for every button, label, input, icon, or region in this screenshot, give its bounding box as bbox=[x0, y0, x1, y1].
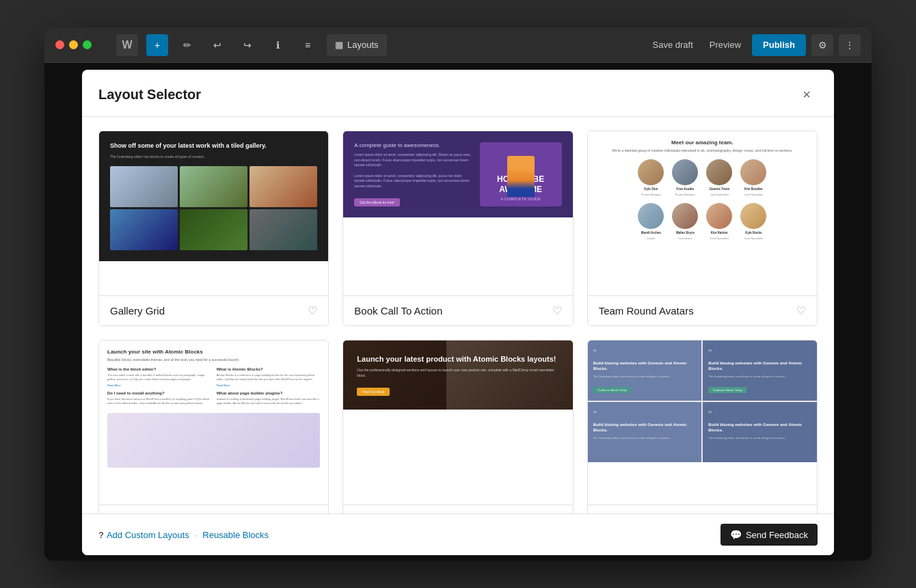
add-custom-layouts-link[interactable]: Add Custom Layouts bbox=[107, 530, 189, 540]
product-text-content: Launch your latest product with Atomic B… bbox=[343, 340, 572, 410]
book-lorem-1: Lorem ipsum dolor sit amet, consectetur … bbox=[354, 152, 472, 168]
close-traffic-light[interactable] bbox=[55, 40, 64, 49]
layout-name-book-cta: Book Call To Action bbox=[354, 305, 442, 317]
genesis-cell-2: " Build blazing websites with Genesis an… bbox=[703, 340, 817, 401]
minimize-traffic-light[interactable] bbox=[69, 40, 78, 49]
gallery-image-3 bbox=[250, 166, 317, 207]
favorite-team-round-button[interactable]: ♡ bbox=[796, 304, 806, 317]
team-member-kyle-rocks: Kyle Rocks Lead Specialist bbox=[740, 203, 766, 240]
atomic-col-1-title: What is the block editor? bbox=[107, 367, 211, 371]
team-member-kim-rainier: Kim Rainier Lead Specialist bbox=[706, 203, 732, 240]
layout-grid: Show off some of your latest work with a… bbox=[98, 131, 818, 513]
save-draft-button[interactable]: Save draft bbox=[647, 34, 699, 56]
grid-icon: ▦ bbox=[335, 40, 343, 50]
undo-button[interactable]: ↩ bbox=[206, 34, 228, 56]
team-row-2: Mandi Arches Leader Walter Bryce Coordin… bbox=[596, 203, 809, 240]
fullscreen-traffic-light[interactable] bbox=[83, 40, 92, 49]
plus-icon: + bbox=[154, 40, 160, 51]
more-options-button[interactable]: ⋮ bbox=[839, 34, 861, 56]
genesis-title-4: Build blazing websites with Genesis and … bbox=[708, 423, 811, 433]
member-role-kyle-rocks: Lead Specialist bbox=[744, 237, 763, 240]
team-member-giannis-teton: Giannis Teton Lead Specialist bbox=[706, 159, 732, 196]
member-name-giannis-teton: Giannis Teton bbox=[709, 187, 729, 191]
favorite-book-cta-button[interactable]: ♡ bbox=[552, 304, 562, 317]
close-icon: × bbox=[803, 87, 811, 103]
atomic-columns: What is the block editor? The new editor… bbox=[107, 367, 320, 407]
preview-button[interactable]: Preview bbox=[704, 34, 746, 56]
member-role-fran-acadia: Project Manager bbox=[675, 193, 695, 196]
genesis-btn-2[interactable]: Try Atomic Blocks Today bbox=[708, 387, 746, 393]
gallery-image-2 bbox=[180, 166, 247, 207]
atomic-section-title: Launch your site with Atomic Blocks bbox=[107, 349, 320, 355]
genesis-text-1: The Gutenberg editor uses blocks to crea… bbox=[593, 375, 697, 379]
layout-card-team-round[interactable]: Meet our amazing team. We're a talented … bbox=[587, 131, 818, 326]
team-member-kyle-zion: Kyle Zion Project Manager bbox=[638, 159, 664, 196]
tools-button[interactable]: ✏ bbox=[176, 34, 198, 56]
avatar-mandi-arches bbox=[638, 203, 664, 229]
redo-button[interactable]: ↪ bbox=[237, 34, 258, 56]
genesis-title-3: Build blazing websites with Genesis and … bbox=[593, 423, 697, 433]
book-cta-button[interactable]: Get the eBook for free! bbox=[354, 198, 400, 206]
avatar-giannis-teton bbox=[706, 159, 732, 185]
layout-card-atomic-blocks[interactable]: Launch your site with Atomic Blocks Beau… bbox=[98, 340, 329, 513]
genesis-cell-1: " Build blazing websites with Genesis an… bbox=[588, 340, 702, 401]
layout-selector-modal: Layout Selector × Show off some of your … bbox=[82, 70, 834, 555]
genesis-quote-3: " bbox=[593, 409, 697, 420]
modal-close-button[interactable]: × bbox=[796, 83, 818, 105]
modal-footer: ? Add Custom Layouts · Reusable Blocks 💬… bbox=[82, 513, 834, 555]
atomic-col-2-title: What is Atomic Blocks? bbox=[217, 367, 321, 371]
layout-footer-atomic: Atomic Blocks ♡ bbox=[99, 505, 328, 513]
titlebar-right: Save draft Preview Publish ⚙ ⋮ bbox=[647, 34, 861, 56]
layout-card-product-launch[interactable]: Launch your latest product with Atomic B… bbox=[342, 340, 573, 513]
gallery-images-grid bbox=[110, 166, 317, 250]
atomic-read-more-2[interactable]: Read More bbox=[217, 384, 321, 387]
layout-preview-book-cta: A complete guide to awesomeness. Lorem i… bbox=[343, 131, 572, 295]
gallery-image-6 bbox=[250, 209, 317, 250]
layout-preview-genesis: " Build blazing websites with Genesis an… bbox=[588, 340, 817, 505]
modal-header: Layout Selector × bbox=[82, 70, 834, 117]
genesis-btn-1[interactable]: Try Atomic Blocks Today bbox=[593, 387, 631, 393]
gallery-preview-content: Show off some of your latest work with a… bbox=[99, 131, 328, 261]
settings-button[interactable]: ⚙ bbox=[811, 34, 833, 56]
layout-footer-gallery-grid: Gallery Grid ♡ bbox=[99, 295, 328, 325]
add-block-button[interactable]: + bbox=[146, 34, 168, 56]
favorite-gallery-grid-button[interactable]: ♡ bbox=[308, 304, 317, 317]
layout-preview-team-round: Meet our amazing team. We're a talented … bbox=[588, 131, 817, 295]
publish-button[interactable]: Publish bbox=[752, 34, 806, 56]
gallery-image-1 bbox=[110, 166, 178, 207]
team-member-kim-boulder: Kim Boulder Lead Specialist bbox=[740, 159, 766, 196]
modal-body[interactable]: Show off some of your latest work with a… bbox=[82, 117, 834, 513]
book-figure bbox=[507, 156, 535, 197]
layout-card-gallery-grid[interactable]: Show off some of your latest work with a… bbox=[98, 131, 329, 326]
layout-footer-team-round: Team Round Avatars ♡ bbox=[588, 295, 817, 325]
genesis-quote-4: " bbox=[708, 409, 811, 420]
product-title: Launch your latest product with Atomic B… bbox=[357, 354, 558, 364]
book-tagline: A complete guide to awesomeness. bbox=[354, 142, 472, 148]
product-cta-button[interactable]: Find Out More bbox=[357, 388, 390, 396]
info-button[interactable]: ℹ bbox=[267, 34, 288, 56]
avatar-fran-acadia bbox=[672, 159, 698, 185]
layout-card-book-cta[interactable]: A complete guide to awesomeness. Lorem i… bbox=[342, 131, 573, 326]
member-role-mandi-arches: Leader bbox=[647, 237, 655, 240]
undo-icon: ↩ bbox=[213, 40, 221, 51]
member-role-kyle-zion: Project Manager bbox=[641, 193, 661, 196]
reusable-blocks-link[interactable]: Reusable Blocks bbox=[202, 530, 269, 540]
member-name-kim-rainier: Kim Rainier bbox=[711, 231, 728, 235]
team-section-desc: We're a talented group of creative indiv… bbox=[596, 148, 809, 152]
titlebar: W + ✏ ↩ ↪ ℹ ≡ ▦ Layouts Save draft Previ… bbox=[44, 27, 872, 63]
atomic-read-more-1[interactable]: Read More bbox=[107, 384, 211, 387]
layouts-label: Layouts bbox=[347, 40, 379, 50]
atomic-col-2-text: Atomic Blocks is a collection of page bu… bbox=[217, 373, 321, 381]
layout-card-genesis[interactable]: " Build blazing websites with Genesis an… bbox=[587, 340, 818, 513]
layouts-button[interactable]: ▦ Layouts bbox=[327, 34, 387, 56]
genesis-quote-1: " bbox=[593, 347, 697, 358]
genesis-title-2: Build blazing websites with Genesis and … bbox=[708, 361, 811, 372]
atomic-col-2: What is Atomic Blocks? Atomic Blocks is … bbox=[217, 367, 321, 407]
menu-button[interactable]: ≡ bbox=[297, 34, 319, 56]
atomic-section-sub: Beautiful blocks, extendable themes, and… bbox=[107, 358, 320, 362]
layout-footer-book-cta: Book Call To Action ♡ bbox=[343, 295, 572, 325]
avatar-kim-rainier bbox=[706, 203, 732, 229]
atomic-col-1: What is the block editor? The new editor… bbox=[107, 367, 211, 407]
send-feedback-button[interactable]: 💬 Send Feedback bbox=[720, 524, 818, 546]
genesis-text-4: The Gutenberg editor uses blocks to crea… bbox=[708, 436, 811, 440]
